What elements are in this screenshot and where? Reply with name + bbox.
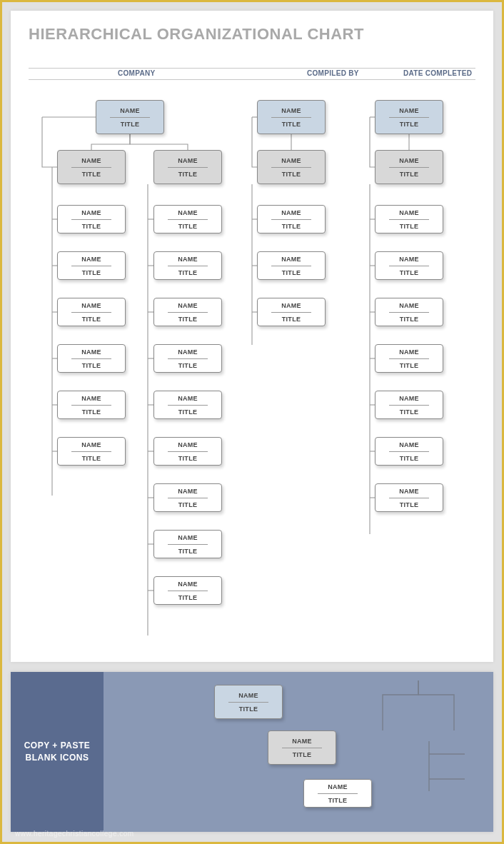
org-leaf-box[interactable]: NAMETITLE [375,205,443,233]
org-leaf-box[interactable]: NAMETITLE [153,530,222,558]
box-title: TITLE [258,171,325,181]
org-top-box[interactable]: NAME TITLE [96,100,164,134]
org-leaf-box[interactable]: NAMETITLE [57,437,126,466]
org-leaf-box[interactable]: NAMETITLE [375,298,443,326]
box-title: TITLE [58,455,125,465]
org-mid-box[interactable]: NAME TITLE [57,150,126,184]
box-separator [389,117,429,118]
panel-heading-line1: COPY + PASTE [24,740,91,750]
org-leaf-box[interactable]: NAMETITLE [153,576,222,605]
org-leaf-box[interactable]: NAMETITLE [57,391,126,419]
org-leaf-box[interactable]: NAMETITLE [257,298,326,326]
box-name: NAME [258,206,325,216]
box-name: NAME [304,780,371,790]
box-separator [271,219,311,220]
org-mid-box[interactable]: NAME TITLE [257,150,326,184]
box-separator [271,117,311,118]
box-separator [71,405,111,406]
box-title: TITLE [58,223,125,233]
box-separator [389,498,429,498]
org-leaf-box[interactable]: NAMETITLE [153,251,222,280]
org-leaf-box[interactable]: NAMETITLE [375,344,443,373]
org-leaf-box[interactable]: NAMETITLE [375,483,443,512]
box-separator [168,312,208,313]
box-separator [389,358,429,359]
org-leaf-box[interactable]: NAMETITLE [375,391,443,419]
box-separator [389,167,429,168]
box-name: NAME [154,206,221,216]
box-name: NAME [376,104,443,114]
box-separator [168,167,208,168]
box-separator [71,167,111,168]
box-name: NAME [268,735,336,745]
box-separator [71,312,111,313]
org-leaf-box[interactable]: NAMETITLE [153,298,222,326]
org-mid-box[interactable]: NAME TITLE [153,150,222,184]
box-separator [71,358,111,359]
org-leaf-box[interactable]: NAMETITLE [375,251,443,280]
box-separator [389,405,429,406]
panel-heading-line2: BLANK ICONS [26,753,89,763]
box-separator [228,702,268,703]
box-name: NAME [58,346,125,356]
sample-leaf-box[interactable]: NAMETITLE [303,779,372,808]
org-leaf-box[interactable]: NAMETITLE [153,205,222,233]
org-leaf-box[interactable]: NAMETITLE [57,251,126,280]
box-title: TITLE [154,548,221,558]
box-separator [168,219,208,220]
box-title: TITLE [154,316,221,326]
icon-panel-canvas: NAMETITLENAMETITLENAMETITLE [104,672,493,832]
watermark: www.heritagechristiancollege.com [15,830,134,838]
box-separator [71,266,111,266]
org-leaf-box[interactable]: NAMETITLE [57,205,126,233]
box-separator [389,451,429,452]
sample-mid-box[interactable]: NAMETITLE [268,730,336,765]
org-leaf-box[interactable]: NAMETITLE [153,391,222,419]
box-separator [168,266,208,266]
box-title: TITLE [154,408,221,418]
box-title: TITLE [258,269,325,279]
box-name: NAME [376,154,443,164]
box-title: TITLE [376,171,443,181]
box-name: NAME [376,206,443,216]
box-title: TITLE [215,705,282,715]
box-name: NAME [258,253,325,263]
box-title: TITLE [376,316,443,326]
org-leaf-box[interactable]: NAMETITLE [257,251,326,280]
org-leaf-box[interactable]: NAMETITLE [153,437,222,466]
box-title: TITLE [376,501,443,511]
org-top-box[interactable]: NAME TITLE [257,100,326,134]
box-name: NAME [376,346,443,356]
box-name: NAME [258,299,325,309]
box-title: TITLE [304,797,371,807]
box-separator [71,219,111,220]
sample-top-box[interactable]: NAMETITLE [214,685,283,719]
box-title: TITLE [376,362,443,372]
org-leaf-box[interactable]: NAMETITLE [57,298,126,326]
box-separator [389,312,429,313]
org-leaf-box[interactable]: NAMETITLE [257,205,326,233]
box-title: TITLE [58,171,125,181]
box-title: TITLE [258,223,325,233]
box-name: NAME [215,689,282,699]
box-name: NAME [154,299,221,309]
box-title: TITLE [258,121,325,131]
box-title: TITLE [58,408,125,418]
org-mid-box[interactable]: NAME TITLE [375,150,443,184]
box-title: TITLE [376,455,443,465]
org-leaf-box[interactable]: NAMETITLE [57,344,126,373]
box-separator [168,358,208,359]
box-title: TITLE [154,171,221,181]
box-title: TITLE [258,316,325,326]
box-name: NAME [376,438,443,448]
box-separator [389,219,429,220]
org-leaf-box[interactable]: NAMETITLE [153,344,222,373]
box-name: NAME [154,578,221,588]
box-title: TITLE [96,121,163,131]
org-top-box[interactable]: NAME TITLE [375,100,443,134]
org-leaf-box[interactable]: NAMETITLE [153,483,222,512]
box-name: NAME [154,392,221,402]
org-leaf-box[interactable]: NAMETITLE [375,437,443,466]
box-name: NAME [58,438,125,448]
box-name: NAME [58,392,125,402]
